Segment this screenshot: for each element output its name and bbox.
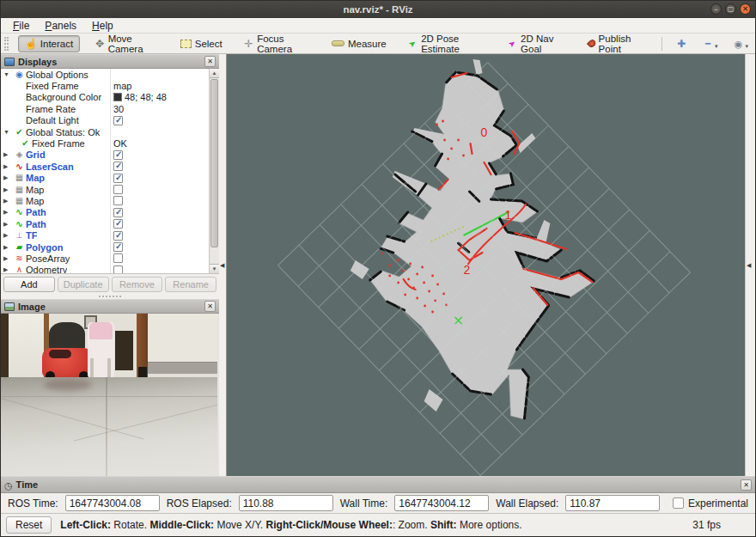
checkbox-unchecked[interactable] (113, 196, 123, 205)
3d-viewport[interactable]: 0 1 2 (226, 54, 745, 476)
left-splitter[interactable]: ◀ (219, 54, 226, 476)
expander-icon[interactable]: ▶ (3, 266, 13, 273)
tool-interact[interactable]: Interact (18, 35, 80, 52)
display-row-odometry[interactable]: ▶Odometry (1, 265, 219, 274)
expander-icon[interactable]: ▶ (3, 151, 13, 158)
tool-2d-pose-estimate[interactable]: 2D Pose Estimate (401, 35, 493, 52)
display-row-global-status-ok[interactable]: ▼Global Status: Ok (1, 126, 219, 137)
display-value[interactable]: map (113, 81, 131, 91)
tool-move-camera[interactable]: Move Camera (88, 35, 166, 52)
tool-focus-camera[interactable]: Focus Camera (237, 35, 317, 52)
minimize-button[interactable]: – (710, 3, 722, 15)
toolbar-drag-handle[interactable] (4, 37, 9, 51)
scroll-down-icon[interactable]: ▼ (210, 264, 219, 273)
dropdown-caret-icon[interactable]: ▾ (715, 43, 718, 50)
checkbox-checked[interactable] (113, 231, 123, 241)
display-row-map[interactable]: ▶Map (1, 173, 219, 184)
checkbox-unchecked[interactable] (113, 185, 123, 194)
expander-icon[interactable]: ▼ (3, 129, 13, 135)
display-value[interactable] (113, 174, 123, 183)
display-row-fixed-frame[interactable]: Fixed FrameOK (1, 137, 219, 149)
display-row-grid[interactable]: ▶Grid (1, 150, 219, 161)
display-value[interactable] (113, 162, 123, 171)
display-row-laserscan[interactable]: ▶LaserScan (1, 161, 219, 172)
expander-icon[interactable]: ▶ (3, 174, 13, 181)
display-row-default-light[interactable]: Default Light (1, 115, 219, 126)
expander-icon[interactable]: ▶ (3, 244, 13, 251)
camera-view-button[interactable]: ▾ (729, 37, 752, 51)
tool-publish-point[interactable]: Publish Point (582, 35, 652, 52)
expander-icon[interactable]: ▼ (3, 71, 13, 77)
zoom-out-minus-button[interactable]: ▾ (698, 36, 722, 51)
display-row-path[interactable]: ▶Path (1, 218, 219, 229)
display-value[interactable] (113, 231, 123, 241)
display-row-frame-rate[interactable]: Frame Rate30 (1, 103, 219, 114)
display-value[interactable] (113, 150, 123, 160)
display-row-map[interactable]: ▶Map (1, 195, 219, 206)
checkbox-checked[interactable] (113, 219, 123, 229)
checkbox-unchecked[interactable] (113, 265, 123, 274)
checkbox-checked[interactable] (113, 174, 123, 183)
expander-icon[interactable]: ▶ (3, 163, 13, 170)
collapse-right-icon[interactable]: ◀ (747, 262, 751, 269)
display-value[interactable] (113, 219, 123, 229)
display-value[interactable] (113, 196, 123, 205)
checkbox-checked[interactable] (113, 150, 123, 160)
menu-panels[interactable]: Panels (38, 19, 83, 33)
wall-time-input[interactable] (394, 495, 489, 511)
right-splitter[interactable]: ◀ (745, 54, 755, 476)
dropdown-caret-icon[interactable]: ▾ (745, 43, 748, 50)
display-value[interactable] (113, 116, 123, 125)
expander-icon[interactable]: ▶ (3, 198, 13, 204)
display-value[interactable]: 30 (113, 104, 124, 114)
display-value[interactable]: 48; 48; 48 (113, 92, 167, 102)
expander-icon[interactable]: ▶ (3, 221, 13, 228)
tool-2d-nav-goal[interactable]: 2D Nav Goal (501, 35, 574, 52)
display-value[interactable]: OK (113, 138, 127, 149)
display-value[interactable] (113, 242, 123, 252)
tree-scrollbar[interactable]: ▲ ▼ (209, 69, 219, 273)
ros-elapsed-input[interactable] (239, 495, 333, 511)
maximize-button[interactable]: ▢ (725, 3, 736, 15)
display-value[interactable] (113, 185, 123, 194)
expander-icon[interactable]: ▶ (3, 255, 13, 262)
display-row-polygon[interactable]: ▶Polygon (1, 241, 219, 253)
time-panel-header[interactable]: Time ✕ (1, 476, 755, 493)
expander-icon[interactable]: ▶ (3, 186, 13, 193)
collapse-left-icon[interactable]: ◀ (220, 262, 224, 269)
checkbox-checked[interactable] (113, 242, 123, 252)
checkbox-checked[interactable] (113, 162, 123, 171)
checkbox-checked[interactable] (113, 208, 123, 217)
add-button[interactable]: Add (3, 277, 55, 292)
wall-elapsed-input[interactable] (565, 495, 660, 511)
display-value[interactable] (113, 265, 123, 274)
checkbox-unchecked[interactable] (113, 253, 123, 263)
zoom-in-plus-button[interactable] (672, 37, 691, 51)
display-row-path[interactable]: ▶Path (1, 207, 219, 218)
image-panel-header[interactable]: Image ✕ (1, 299, 219, 314)
expander-icon[interactable]: ▶ (3, 209, 13, 216)
displays-close-icon[interactable]: ✕ (204, 56, 216, 67)
image-close-icon[interactable]: ✕ (204, 301, 216, 312)
expander-icon[interactable]: ▶ (3, 232, 13, 239)
tool-measure[interactable]: Measure (325, 35, 393, 52)
experimental-checkbox[interactable] (673, 497, 684, 509)
close-button[interactable]: ✕ (740, 3, 751, 15)
display-row-map[interactable]: ▶Map (1, 184, 219, 195)
tool-select[interactable]: Select (174, 35, 229, 52)
display-row-global-options[interactable]: ▼Global Options (1, 69, 219, 80)
menu-help[interactable]: Help (85, 19, 120, 33)
displays-panel-header[interactable]: Displays ✕ (1, 54, 219, 69)
scroll-up-icon[interactable]: ▲ (210, 69, 219, 78)
display-value[interactable] (113, 253, 123, 263)
titlebar[interactable]: nav.rviz* - RViz – ▢ ✕ (1, 1, 755, 18)
display-row-tf[interactable]: ▶TF (1, 229, 219, 241)
ros-time-input[interactable] (65, 495, 160, 511)
menu-file[interactable]: File (6, 19, 36, 33)
display-row-fixed-frame[interactable]: Fixed Framemap (1, 80, 219, 91)
checkbox-checked[interactable] (113, 116, 123, 125)
scrollbar-thumb[interactable] (210, 79, 218, 247)
reset-button[interactable]: Reset (6, 516, 52, 534)
display-row-posearray[interactable]: ▶PoseArray (1, 253, 219, 264)
display-row-background-color[interactable]: Background Color48; 48; 48 (1, 92, 219, 103)
